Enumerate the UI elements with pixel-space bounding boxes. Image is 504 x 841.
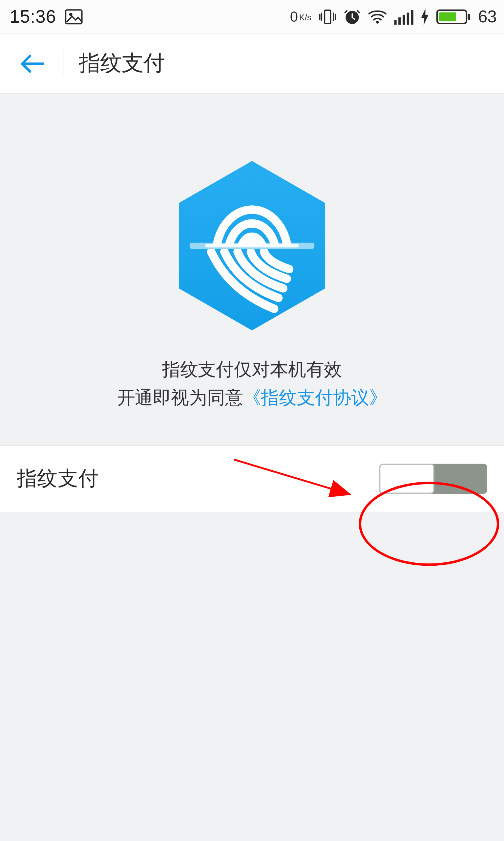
fingerprint-pay-label: 指纹支付 [17, 465, 98, 493]
svg-rect-11 [439, 12, 456, 21]
hero-line-2: 开通即视为同意《指纹支付协议》 [117, 384, 387, 412]
battery-percent: 63 [478, 7, 497, 26]
settings-section: 指纹支付 [0, 445, 504, 513]
picture-icon [65, 9, 83, 24]
svg-rect-0 [65, 10, 82, 23]
svg-rect-18 [205, 244, 299, 247]
hero-section: 指纹支付仅对本机有效 开通即视为同意《指纹支付协议》 [0, 93, 504, 411]
back-button[interactable] [0, 34, 64, 93]
signal-icon [394, 9, 413, 24]
status-bar: 15:36 0 K/s [0, 0, 504, 34]
svg-rect-8 [407, 12, 409, 24]
app-header: 指纹支付 [0, 34, 504, 93]
clock: 15:36 [10, 6, 56, 27]
svg-rect-9 [411, 10, 413, 24]
svg-rect-2 [325, 10, 330, 23]
svg-rect-12 [468, 14, 470, 19]
network-speed-value: 0 [290, 8, 298, 25]
arrow-left-icon [19, 53, 44, 74]
wifi-icon [368, 9, 387, 24]
fingerprint-hexagon-graphic [175, 159, 329, 336]
svg-point-4 [376, 21, 379, 23]
agreement-link[interactable]: 《指纹支付协议》 [243, 387, 387, 407]
hero-description: 指纹支付仅对本机有效 开通即视为同意《指纹支付协议》 [117, 356, 387, 412]
svg-rect-7 [402, 15, 405, 24]
svg-rect-5 [394, 19, 396, 24]
header-divider [64, 50, 64, 77]
alarm-icon [344, 8, 360, 25]
agreement-prefix: 开通即视为同意 [117, 387, 243, 407]
svg-rect-6 [398, 17, 401, 24]
network-speed: 0 K/s [290, 8, 311, 25]
vibrate-icon [319, 8, 337, 25]
charging-icon [421, 8, 429, 25]
page-title: 指纹支付 [79, 49, 165, 78]
fingerprint-pay-toggle[interactable] [379, 464, 487, 494]
svg-point-1 [69, 13, 72, 15]
network-speed-unit: K/s [299, 12, 311, 22]
toggle-knob [379, 464, 434, 494]
battery-icon [436, 8, 471, 25]
fingerprint-pay-row: 指纹支付 [0, 446, 504, 512]
hero-line-1: 指纹支付仅对本机有效 [117, 356, 387, 384]
